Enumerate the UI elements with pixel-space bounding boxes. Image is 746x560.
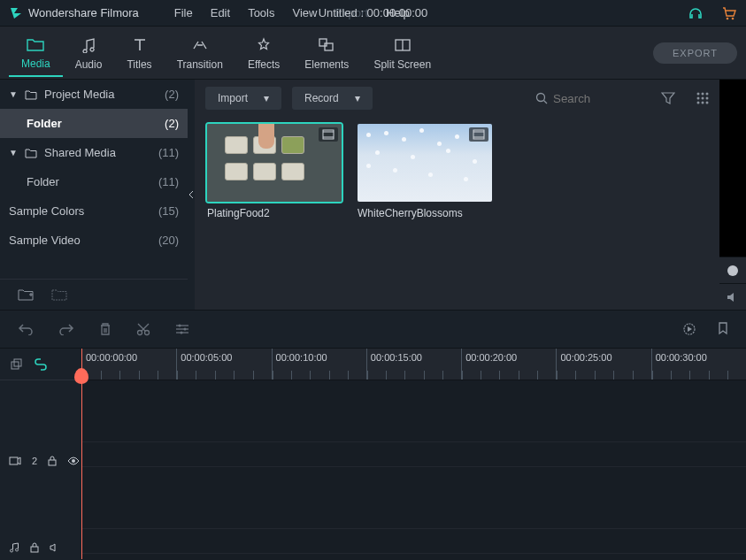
ruler-tick: 00:00:00:00: [81, 349, 176, 380]
svg-point-6: [537, 94, 545, 102]
svg-rect-32: [12, 362, 19, 369]
app-name: Wondershare Filmora: [28, 6, 139, 19]
menu-edit[interactable]: Edit: [211, 6, 230, 19]
audio-track-spacer[interactable]: [81, 467, 746, 529]
video-track-header[interactable]: 2: [0, 449, 81, 473]
svg-point-12: [702, 97, 704, 100]
svg-rect-35: [49, 460, 56, 465]
menu-file[interactable]: File: [174, 6, 193, 19]
app-logo: Wondershare Filmora: [9, 6, 139, 20]
menu-tools[interactable]: Tools: [248, 6, 274, 19]
ruler-tick: 00:00:05:00: [176, 349, 271, 380]
svg-point-24: [145, 331, 150, 335]
sidebar-folder-2[interactable]: Folder (11): [0, 167, 188, 196]
filter-icon[interactable]: [661, 92, 675, 104]
folder-icon: [27, 35, 44, 54]
svg-point-29: [184, 328, 187, 331]
lock-icon[interactable]: [30, 542, 39, 553]
lock-icon[interactable]: [48, 456, 57, 466]
eye-icon[interactable]: [67, 456, 80, 465]
marker-icon[interactable]: [718, 322, 728, 336]
cut-icon[interactable]: [136, 322, 150, 336]
panel-splitter[interactable]: [188, 80, 195, 310]
sidebar-sample-colors[interactable]: Sample Colors (15): [0, 196, 188, 226]
folder-icon: [25, 89, 37, 100]
thumb-label: PlatingFood2: [207, 207, 342, 219]
svg-point-0: [727, 17, 729, 19]
tab-elements[interactable]: Elements: [292, 30, 361, 76]
svg-point-11: [697, 97, 700, 100]
video-track[interactable]: [81, 442, 746, 467]
ruler-tick: 00:00:10:00: [272, 349, 366, 380]
search-box[interactable]: [528, 88, 640, 109]
video-track-icon: [9, 456, 21, 465]
render-icon[interactable]: [682, 322, 696, 336]
svg-line-7: [544, 101, 548, 104]
folder-icon: [25, 148, 37, 158]
audio-track-header[interactable]: [0, 535, 81, 560]
svg-point-15: [702, 102, 704, 104]
support-icon[interactable]: [688, 5, 704, 21]
import-dropdown[interactable]: Import ▾: [205, 87, 281, 110]
tab-media[interactable]: Media: [9, 29, 63, 77]
ruler-tick: 00:00:20:00: [461, 349, 556, 380]
grid-view-icon[interactable]: [696, 92, 709, 104]
media-sidebar: ▼ Project Media (2) Folder (2) ▼ Shared …: [0, 80, 188, 310]
audio-track-icon: [9, 542, 19, 553]
project-title: Untitled : 00:00:00:00: [319, 6, 428, 19]
audio-track[interactable]: [81, 529, 746, 554]
ruler-tick: 00:00:25:00: [556, 349, 650, 380]
svg-rect-2: [319, 39, 327, 46]
undo-icon[interactable]: [18, 323, 34, 335]
delete-icon[interactable]: [99, 322, 112, 336]
svg-point-36: [72, 459, 75, 463]
svg-point-8: [697, 93, 700, 96]
sidebar-folder-1[interactable]: Folder (2): [0, 109, 188, 138]
new-folder-icon[interactable]: [18, 288, 34, 301]
svg-point-30: [181, 332, 183, 334]
svg-point-10: [706, 93, 709, 96]
playhead[interactable]: [81, 349, 82, 559]
duplicate-icon[interactable]: [11, 358, 23, 371]
delete-folder-icon[interactable]: [51, 288, 67, 301]
ruler-tick: 00:00:15:00: [366, 349, 461, 380]
tab-transition[interactable]: Transition: [165, 30, 235, 76]
tab-titles[interactable]: Titles: [114, 30, 164, 76]
media-thumb-1[interactable]: PlatingFood2: [207, 124, 342, 219]
record-dropdown[interactable]: Record ▾: [292, 87, 373, 110]
search-input[interactable]: [553, 92, 633, 105]
svg-point-14: [697, 102, 700, 104]
sidebar-shared-media[interactable]: ▼ Shared Media (11): [0, 138, 188, 167]
sidebar-project-media[interactable]: ▼ Project Media (2): [0, 80, 188, 109]
volume-icon[interactable]: [719, 283, 746, 310]
svg-point-28: [179, 325, 181, 327]
svg-rect-34: [10, 457, 18, 464]
export-button[interactable]: EXPORT: [653, 42, 737, 64]
tab-effects[interactable]: Effects: [235, 30, 292, 76]
transition-icon: [191, 35, 209, 55]
elements-icon: [318, 35, 335, 55]
timeline-tracks[interactable]: [81, 380, 746, 560]
zoom-slider[interactable]: [719, 257, 746, 283]
timeline-ruler[interactable]: 00:00:00:00 00:00:05:00 00:00:10:00 00:0…: [81, 349, 746, 380]
filmora-logo-icon: [9, 6, 23, 20]
media-type-icon: [469, 127, 488, 142]
svg-point-13: [706, 97, 709, 100]
music-icon: [80, 35, 97, 55]
mute-icon[interactable]: [50, 543, 60, 552]
video-track-spacer[interactable]: [81, 380, 746, 442]
tab-splitscreen[interactable]: Split Screen: [361, 30, 443, 76]
menu-view[interactable]: View: [292, 6, 317, 19]
tab-audio[interactable]: Audio: [63, 30, 115, 76]
sidebar-sample-video[interactable]: Sample Video (20): [0, 226, 188, 255]
cart-icon[interactable]: [721, 5, 737, 21]
link-icon[interactable]: [34, 358, 48, 371]
media-thumb-2[interactable]: WhiteCherryBlossoms: [358, 124, 492, 219]
splitscreen-icon: [394, 35, 411, 55]
svg-point-9: [702, 93, 704, 96]
chevron-down-icon: ▾: [355, 92, 360, 104]
ruler-tick: 00:00:30:00: [651, 349, 746, 380]
svg-point-23: [138, 331, 142, 335]
redo-icon[interactable]: [58, 323, 74, 335]
adjust-icon[interactable]: [175, 323, 189, 335]
